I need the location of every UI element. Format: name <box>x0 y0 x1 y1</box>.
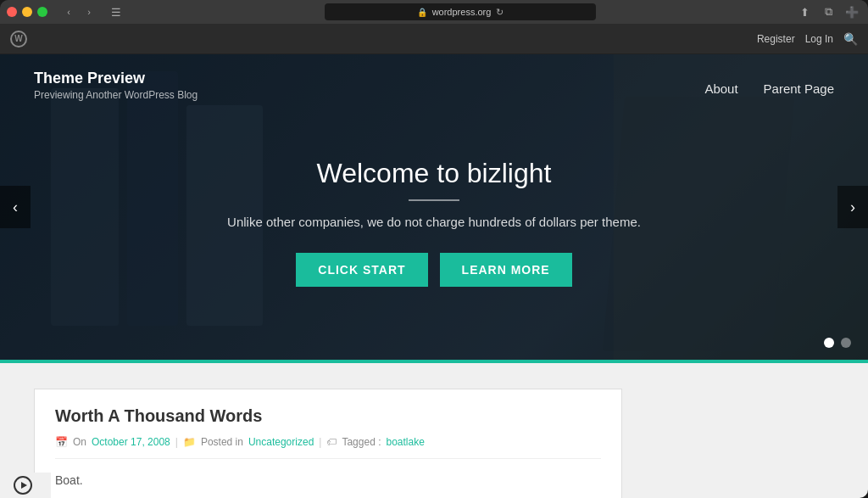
carousel-prev-button[interactable]: ‹ <box>0 186 31 228</box>
hero-subtitle: Unlike other companies, we do not charge… <box>227 215 641 229</box>
login-link[interactable]: Log In <box>805 33 833 45</box>
search-icon[interactable]: 🔍 <box>843 32 858 46</box>
sidebar-toggle-button[interactable]: ☰ <box>107 4 125 20</box>
category-icon: 📁 <box>183 436 196 448</box>
blog-post-card: Worth A Thousand Words 📅 On October 17, … <box>34 389 622 498</box>
blog-post-content: Worth A Thousand Words 📅 On October 17, … <box>35 389 621 498</box>
extensions-button[interactable]: ➕ <box>843 4 861 20</box>
address-bar-area: 🔒 wordpress.org ↻ <box>131 3 790 20</box>
minimize-button[interactable] <box>22 7 32 17</box>
back-button[interactable]: ‹ <box>59 4 78 20</box>
hero-section: Theme Preview Previewing Another WordPre… <box>0 54 868 360</box>
learn-more-button[interactable]: LEARN MORE <box>440 253 572 287</box>
wp-logo[interactable]: W <box>10 31 27 48</box>
media-bar <box>0 473 51 498</box>
address-bar[interactable]: 🔒 wordpress.org ↻ <box>325 3 596 20</box>
post-tag[interactable]: boatlake <box>386 436 424 448</box>
register-link[interactable]: Register <box>757 33 795 45</box>
post-date[interactable]: October 17, 2008 <box>92 436 170 448</box>
post-category[interactable]: Uncategorized <box>248 436 314 448</box>
blog-section: Worth A Thousand Words 📅 On October 17, … <box>0 363 868 498</box>
calendar-icon: 📅 <box>55 436 68 448</box>
carousel-dot-2[interactable] <box>841 338 851 348</box>
browser-titlebar: ‹ › ☰ 🔒 wordpress.org ↻ ⬆ ⧉ ➕ <box>0 0 868 24</box>
play-button[interactable] <box>14 476 32 495</box>
tagged-label: Tagged : <box>342 436 381 448</box>
blog-main: Worth A Thousand Words 📅 On October 17, … <box>34 389 622 498</box>
new-tab-button[interactable]: ⧉ <box>819 4 837 20</box>
forward-button[interactable]: › <box>80 4 98 20</box>
hero-buttons: CLICK START LEARN MORE <box>296 253 571 287</box>
reload-icon: ↻ <box>496 7 504 18</box>
share-button[interactable]: ⬆ <box>795 4 814 20</box>
maximize-button[interactable] <box>37 7 47 17</box>
hero-main: Welcome to bizlight Unlike other compani… <box>0 84 868 360</box>
tag-icon: 🏷 <box>326 436 337 448</box>
browser-window: ‹ › ☰ 🔒 wordpress.org ↻ ⬆ ⧉ ➕ W Register… <box>0 0 868 498</box>
post-title: Worth A Thousand Words <box>55 406 601 426</box>
play-icon <box>21 482 27 489</box>
carousel-dots <box>824 338 851 348</box>
carousel-next-button[interactable]: › <box>837 186 868 228</box>
page-content: Theme Preview Previewing Another WordPre… <box>0 54 868 498</box>
url-text: wordpress.org <box>432 7 492 17</box>
traffic-lights <box>7 7 47 17</box>
close-button[interactable] <box>7 7 17 17</box>
posted-in-label: Posted in <box>201 436 243 448</box>
carousel-dot-1[interactable] <box>824 338 834 348</box>
post-meta: 📅 On October 17, 2008 | 📁 Posted in Unca… <box>55 436 601 459</box>
browser-nav-buttons: ‹ › <box>59 4 98 20</box>
post-excerpt: Boat. <box>55 471 601 490</box>
blog-sidebar <box>648 389 834 498</box>
hero-divider <box>409 199 459 201</box>
date-on-label: On <box>73 436 86 448</box>
lock-icon: 🔒 <box>417 8 427 17</box>
browser-actions: ⬆ ⧉ ➕ <box>795 4 861 20</box>
wp-toolbar: W Register Log In 🔍 <box>0 24 868 54</box>
click-start-button[interactable]: CLICK START <box>296 253 427 287</box>
hero-title: Welcome to bizlight <box>317 158 552 189</box>
toolbar-links: Register Log In 🔍 <box>757 32 858 46</box>
